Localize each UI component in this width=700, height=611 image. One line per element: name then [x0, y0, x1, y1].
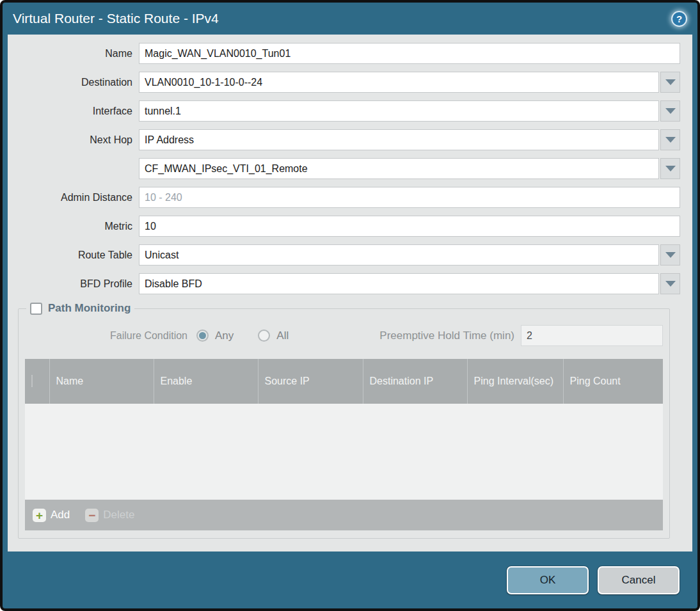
name-input[interactable] — [139, 43, 680, 64]
radio-any-label: Any — [215, 329, 234, 342]
admin-distance-row: Admin Distance — [8, 187, 680, 208]
select-all-checkbox[interactable] — [31, 375, 33, 387]
failure-condition-label: Failure Condition — [25, 330, 196, 342]
chevron-down-icon — [665, 79, 676, 85]
failure-condition-row: Failure Condition Any All Preemptive Hol… — [25, 325, 663, 346]
interface-label: Interface — [8, 106, 139, 117]
chevron-down-icon — [665, 137, 676, 143]
next-hop-address-dropdown-button[interactable] — [660, 158, 680, 179]
destination-dropdown-button[interactable] — [660, 72, 680, 93]
bfd-profile-input[interactable] — [139, 273, 659, 294]
column-header-destination-ip[interactable]: Destination IP — [363, 359, 467, 404]
dialog-title: Virtual Router - Static Route - IPv4 — [13, 11, 219, 26]
route-table-input[interactable] — [139, 244, 659, 266]
title-bar: Virtual Router - Static Route - IPv4 ? — [3, 3, 697, 35]
radio-any[interactable] — [196, 329, 209, 342]
destination-label: Destination — [8, 77, 139, 88]
interface-dropdown-button[interactable] — [660, 100, 680, 122]
destination-input[interactable] — [139, 72, 659, 93]
next-hop-row: Next Hop — [8, 129, 680, 150]
metric-row: Metric — [8, 216, 680, 237]
chevron-down-icon — [665, 166, 676, 171]
next-hop-address-input[interactable] — [139, 158, 659, 179]
help-icon[interactable]: ? — [671, 11, 687, 27]
failure-condition-all-option: All — [258, 329, 289, 342]
bfd-profile-label: BFD Profile — [8, 278, 139, 290]
delete-button[interactable]: − Delete — [85, 509, 134, 522]
path-monitoring-table: Name Enable Source IP Destination IP Pin… — [25, 359, 663, 500]
bfd-profile-row: BFD Profile — [8, 273, 680, 294]
path-monitoring-section: Path Monitoring Failure Condition Any Al… — [18, 302, 670, 539]
column-header-enable[interactable]: Enable — [154, 359, 258, 404]
chevron-down-icon — [665, 281, 676, 287]
admin-distance-label: Admin Distance — [8, 192, 139, 203]
admin-distance-input[interactable] — [139, 187, 680, 208]
radio-all-label: All — [276, 329, 289, 342]
column-header-ping-interval[interactable]: Ping Interval(sec) — [467, 359, 563, 404]
add-icon: + — [33, 509, 46, 522]
delete-button-label: Delete — [103, 509, 134, 521]
column-header-source-ip[interactable]: Source IP — [258, 359, 363, 404]
table-toolbar: + Add − Delete — [25, 500, 663, 530]
next-hop-type-input[interactable] — [139, 129, 659, 150]
interface-row: Interface — [8, 100, 680, 122]
column-header-name[interactable]: Name — [49, 359, 154, 404]
column-header-ping-count[interactable]: Ping Count — [563, 359, 663, 404]
preemptive-hold-time-input[interactable] — [521, 325, 663, 346]
metric-input[interactable] — [139, 216, 680, 237]
select-all-header-cell — [25, 359, 49, 404]
chevron-down-icon — [665, 252, 676, 258]
route-table-row: Route Table — [8, 244, 680, 266]
path-monitoring-checkbox[interactable] — [30, 303, 42, 315]
path-monitoring-title: Path Monitoring — [48, 302, 131, 315]
static-route-dialog: Virtual Router - Static Route - IPv4 ? N… — [0, 0, 700, 611]
empty-table-body — [25, 404, 663, 500]
next-hop-label: Next Hop — [8, 134, 139, 146]
destination-row: Destination — [8, 72, 680, 93]
path-monitoring-legend: Path Monitoring — [26, 302, 134, 315]
name-label: Name — [8, 48, 139, 60]
add-button-label: Add — [51, 509, 70, 521]
next-hop-address-row — [8, 158, 680, 179]
metric-label: Metric — [8, 221, 139, 232]
dialog-footer: OK Cancel — [3, 551, 697, 608]
table-header-row: Name Enable Source IP Destination IP Pin… — [25, 359, 663, 404]
preemptive-hold-time-group: Preemptive Hold Time (min) — [379, 325, 663, 346]
dialog-content: Name Destination Interface Next Hop — [8, 35, 692, 551]
failure-condition-any-option: Any — [196, 329, 234, 342]
next-hop-type-dropdown-button[interactable] — [660, 129, 680, 150]
route-table-dropdown-button[interactable] — [660, 244, 680, 266]
preemptive-hold-time-label: Preemptive Hold Time (min) — [379, 329, 521, 342]
name-row: Name — [8, 43, 680, 64]
bfd-profile-dropdown-button[interactable] — [660, 273, 680, 294]
ok-button[interactable]: OK — [507, 566, 589, 594]
cancel-button[interactable]: Cancel — [598, 566, 680, 594]
interface-input[interactable] — [139, 100, 659, 122]
delete-icon: − — [85, 509, 99, 522]
radio-all[interactable] — [258, 329, 270, 342]
route-table-label: Route Table — [8, 250, 139, 261]
chevron-down-icon — [665, 108, 676, 114]
add-button[interactable]: + Add — [33, 509, 70, 522]
